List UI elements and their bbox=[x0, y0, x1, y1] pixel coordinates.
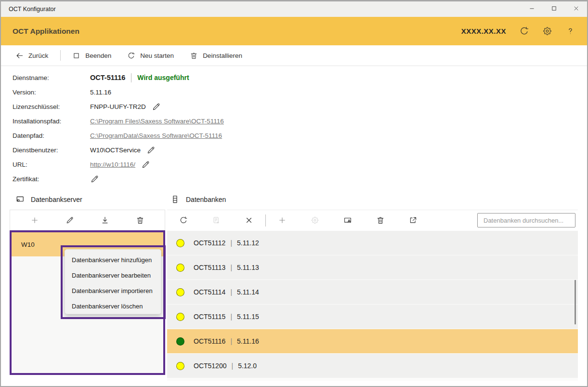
script-add-button bbox=[207, 213, 226, 228]
database-row[interactable]: OCT51113 | 5.11.13 bbox=[167, 255, 578, 280]
database-version: 5.11.14 bbox=[237, 288, 259, 296]
add-database-button[interactable] bbox=[273, 213, 292, 228]
database-row[interactable]: OCT51200 | 5.12.0 bbox=[167, 354, 578, 378]
close-button[interactable] bbox=[565, 1, 587, 15]
maximize-button[interactable] bbox=[543, 1, 565, 15]
user-access-button[interactable] bbox=[338, 213, 357, 228]
database-name: OCT51112 bbox=[194, 239, 225, 247]
stop-icon bbox=[72, 52, 80, 60]
database-toolbar bbox=[167, 210, 578, 230]
script-add-icon bbox=[212, 216, 221, 225]
db-panel-title: Datenbanken bbox=[186, 196, 226, 203]
pipe-separator: | bbox=[230, 313, 232, 320]
settings-gear-icon[interactable] bbox=[542, 26, 552, 36]
database-list: OCT51112 | 5.11.12 OCT51113 | 5.11.13 OC… bbox=[167, 231, 578, 381]
cancel-button[interactable] bbox=[239, 213, 259, 228]
back-button[interactable]: Zurück bbox=[15, 52, 48, 60]
add-server-button[interactable] bbox=[25, 213, 44, 228]
service-status-badge: Wird ausgeführt bbox=[137, 74, 189, 81]
uninstall-trash-icon bbox=[190, 52, 198, 60]
url-link[interactable]: http://w10:1116/ bbox=[90, 161, 135, 168]
app-window: OCT Konfigurator OCT Applikationen XXXX.… bbox=[0, 0, 588, 387]
title-bar: OCT Konfigurator bbox=[1, 0, 587, 17]
server-toolbar bbox=[10, 210, 165, 230]
back-label: Zurück bbox=[28, 52, 48, 59]
stop-label: Beenden bbox=[85, 52, 111, 59]
database-version: 5.12.0 bbox=[238, 362, 257, 370]
share-database-button[interactable] bbox=[404, 213, 423, 228]
status-dot bbox=[176, 264, 184, 272]
command-bar-separator bbox=[60, 50, 61, 61]
delete-server-button[interactable] bbox=[131, 213, 150, 228]
server-panel-title: Datenbankserver bbox=[31, 196, 82, 203]
database-server-icon bbox=[15, 195, 25, 204]
database-name: OCT51114 bbox=[194, 288, 225, 296]
install-path-link[interactable]: C:\Program Files\Saxess Software\OCT-511… bbox=[90, 118, 224, 125]
restart-icon bbox=[127, 52, 135, 60]
pipe-separator: | bbox=[230, 337, 232, 345]
menu-item-delete-server[interactable]: Datenbankserver löschen bbox=[65, 298, 161, 314]
delete-database-button[interactable] bbox=[371, 213, 390, 228]
database-row-selected[interactable]: OCT51116 | 5.11.16 bbox=[167, 329, 578, 353]
menu-item-add-server[interactable]: Datenbankserver hinzufügen bbox=[65, 252, 161, 267]
pipe-separator: | bbox=[230, 239, 232, 247]
delete-icon bbox=[376, 216, 385, 225]
import-icon bbox=[101, 216, 109, 225]
database-row[interactable]: OCT51112 | 5.11.12 bbox=[167, 231, 578, 255]
add-icon bbox=[30, 216, 39, 225]
url-row: URL: http://w10:1116/ bbox=[1, 157, 587, 172]
refresh-icon[interactable] bbox=[519, 26, 529, 36]
edit-service-user-icon[interactable] bbox=[146, 146, 156, 155]
url-label: URL: bbox=[13, 161, 90, 168]
minimize-icon bbox=[528, 5, 536, 12]
database-row[interactable]: OCT51115 | 5.11.15 bbox=[167, 305, 578, 329]
license-label: Lizenzschlüssel: bbox=[13, 103, 90, 110]
import-server-button[interactable] bbox=[95, 213, 115, 228]
uninstall-button[interactable]: Deinstallieren bbox=[190, 52, 242, 60]
database-name: OCT51113 bbox=[194, 264, 225, 271]
server-name: W10 bbox=[21, 241, 35, 248]
status-dot bbox=[176, 288, 184, 296]
data-path-row: Datenpfad: C:\ProgramData\Saxess Softwar… bbox=[1, 128, 587, 143]
back-arrow-icon bbox=[15, 52, 24, 60]
app-header: OCT Applikationen XXXX.XX.XX bbox=[1, 17, 587, 45]
service-details: Dienstname: OCT-51116 Wird ausgeführt Ve… bbox=[1, 70, 587, 186]
database-icon bbox=[170, 195, 180, 204]
context-menu: Datenbankserver hinzufügen Datenbankserv… bbox=[65, 249, 161, 314]
window-controls bbox=[521, 1, 587, 15]
status-dot bbox=[176, 313, 184, 321]
help-icon[interactable] bbox=[565, 26, 575, 36]
license-value: FNPP-UUFY-TR2D bbox=[90, 103, 146, 110]
cancel-x-icon bbox=[245, 216, 253, 225]
database-settings-button bbox=[305, 213, 325, 228]
edit-icon bbox=[65, 216, 74, 225]
edit-server-button[interactable] bbox=[60, 213, 79, 228]
service-name-row: Dienstname: OCT-51116 Wird ausgeführt bbox=[1, 70, 587, 85]
restart-service-button[interactable]: Neu starten bbox=[127, 52, 174, 60]
stop-service-button[interactable]: Beenden bbox=[72, 52, 111, 60]
command-bar: Zurück Beenden Neu starten Deinstalliere… bbox=[1, 45, 587, 66]
app-version: XXXX.XX.XX bbox=[461, 27, 506, 35]
pipe-separator: | bbox=[231, 362, 233, 370]
data-path-link[interactable]: C:\ProgramData\Saxess Software\OCT-51116 bbox=[90, 132, 222, 139]
context-menu-focus-frame: Datenbankserver hinzufügen Datenbankserv… bbox=[61, 245, 166, 319]
database-version: 5.11.16 bbox=[237, 337, 259, 345]
service-name-label: Dienstname: bbox=[13, 74, 90, 81]
menu-item-import-server[interactable]: Datenbankserver importieren bbox=[65, 283, 161, 298]
database-version: 5.11.13 bbox=[237, 264, 259, 271]
db-panel-header: Datenbanken bbox=[170, 195, 226, 204]
database-row[interactable]: OCT51114 | 5.11.14 bbox=[167, 280, 578, 304]
close-icon bbox=[573, 5, 580, 12]
database-search-input[interactable] bbox=[477, 213, 575, 227]
edit-license-icon[interactable] bbox=[152, 102, 161, 111]
edit-url-icon[interactable] bbox=[141, 160, 150, 169]
edit-certificate-icon[interactable] bbox=[90, 174, 99, 184]
menu-item-edit-server[interactable]: Datenbankserver bearbeiten bbox=[65, 267, 161, 283]
pipe-separator: | bbox=[230, 264, 232, 271]
refresh-databases-button[interactable] bbox=[174, 213, 193, 228]
minimize-button[interactable] bbox=[521, 1, 543, 15]
version-row: Version: 5.11.16 bbox=[1, 85, 587, 99]
database-version: 5.11.15 bbox=[237, 313, 259, 320]
vertical-scrollbar-thumb[interactable] bbox=[575, 280, 576, 324]
service-name-value: OCT-51116 bbox=[90, 74, 125, 81]
